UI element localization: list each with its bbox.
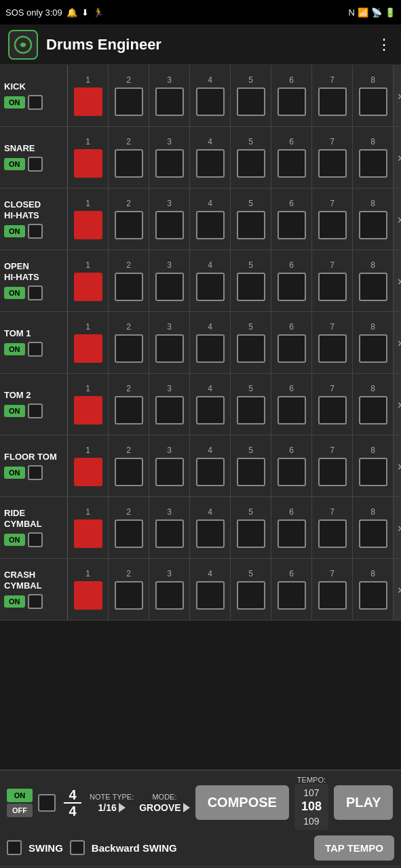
beat-cell-floor-tom-8[interactable] [359,458,387,486]
beat-cell-snare-3[interactable] [155,149,184,178]
beat-cell-kick-2[interactable] [115,87,143,116]
beat-cell-tom1-7[interactable] [318,334,347,363]
compose-button[interactable]: COMPOSE [195,785,289,820]
beat-cell-closed-hihats-5[interactable] [237,211,265,239]
toggle-kick[interactable] [28,95,43,110]
beat-cell-floor-tom-7[interactable] [318,458,347,486]
beat-cell-open-hihats-7[interactable] [318,273,347,301]
menu-icon[interactable]: ⋮ [377,36,393,54]
beat-cell-tom2-3[interactable] [155,396,184,425]
beat-cell-crash-cymbal-8[interactable] [359,581,387,610]
beat-cell-kick-7[interactable] [318,87,347,116]
toggle-open-hihats[interactable] [28,285,43,300]
beat-cell-tom1-8[interactable] [359,334,387,363]
beat-cell-closed-hihats-6[interactable] [278,211,306,239]
note-type-value[interactable]: 1/16 [98,802,125,813]
beat-cell-kick-5[interactable] [237,87,265,116]
beat-cell-open-hihats-1[interactable] [74,273,102,301]
beat-cell-ride-cymbal-8[interactable] [359,519,387,548]
beat-cell-closed-hihats-7[interactable] [318,211,347,239]
beat-cell-tom1-2[interactable] [115,334,143,363]
beat-cell-tom2-7[interactable] [318,396,347,425]
beat-cell-kick-6[interactable] [278,87,306,116]
beat-cell-tom1-1[interactable] [74,334,102,363]
toggle-crash-cymbal[interactable] [28,594,43,609]
beat-cell-closed-hihats-4[interactable] [196,211,225,239]
beat-cell-tom2-5[interactable] [237,396,265,425]
beat-cell-tom1-5[interactable] [237,334,265,363]
beat-cell-snare-1[interactable] [74,149,102,178]
tempo-scroll[interactable]: 107 108 109 [294,784,328,830]
beat-cell-open-hihats-5[interactable] [237,273,265,301]
beat-cell-ride-cymbal-4[interactable] [196,519,225,548]
beat-cell-tom2-6[interactable] [278,396,306,425]
beat-cell-tom1-3[interactable] [155,334,184,363]
beat-cell-crash-cymbal-2[interactable] [115,581,143,610]
beat-cell-floor-tom-3[interactable] [155,458,184,486]
play-button[interactable]: PLAY [334,785,394,820]
beat-cell-ride-cymbal-5[interactable] [237,519,265,548]
beat-cell-snare-6[interactable] [278,149,306,178]
backward-swing-checkbox[interactable] [70,840,85,855]
beat-cell-kick-8[interactable] [359,87,387,116]
beat-cell-tom1-6[interactable] [278,334,306,363]
mode-value[interactable]: GROOVE [139,802,189,813]
beat-cell-floor-tom-5[interactable] [237,458,265,486]
beat-cell-open-hihats-6[interactable] [278,273,306,301]
beat-cell-snare-7[interactable] [318,149,347,178]
beat-cell-closed-hihats-2[interactable] [115,211,143,239]
beat-cell-open-hihats-8[interactable] [359,273,387,301]
beat-cell-open-hihats-2[interactable] [115,273,143,301]
beat-cell-closed-hihats-8[interactable] [359,211,387,239]
on-button-kick[interactable]: ON [4,96,25,108]
on-button-tom2[interactable]: ON [4,405,25,417]
beat-cell-ride-cymbal-2[interactable] [115,519,143,548]
beat-cell-closed-hihats-1[interactable] [74,211,102,239]
beat-cell-crash-cymbal-1[interactable] [74,581,102,610]
beat-cell-floor-tom-6[interactable] [278,458,306,486]
global-on-button[interactable]: ON [7,789,33,802]
swing-checkbox[interactable] [7,840,22,855]
beat-cell-ride-cymbal-3[interactable] [155,519,184,548]
on-button-floor-tom[interactable]: ON [4,467,25,479]
toggle-ride-cymbal[interactable] [28,532,43,547]
on-button-tom1[interactable]: ON [4,343,25,355]
beat-cell-tom1-4[interactable] [196,334,225,363]
beat-cell-snare-2[interactable] [115,149,143,178]
toggle-tom2[interactable] [28,403,43,418]
beat-cell-kick-3[interactable] [155,87,184,116]
beat-cell-crash-cymbal-4[interactable] [196,581,225,610]
on-button-snare[interactable]: ON [4,158,25,170]
beat-cell-crash-cymbal-3[interactable] [155,581,184,610]
global-off-button[interactable]: OFF [7,804,33,817]
beat-cell-crash-cymbal-7[interactable] [318,581,347,610]
toggle-floor-tom[interactable] [28,465,43,480]
beat-cell-tom2-2[interactable] [115,396,143,425]
global-toggle-checkbox[interactable] [38,794,56,812]
on-button-crash-cymbal[interactable]: ON [4,595,25,608]
beat-cell-floor-tom-1[interactable] [74,458,102,486]
beat-cell-snare-4[interactable] [196,149,225,178]
toggle-closed-hihats[interactable] [28,224,43,239]
beat-cell-crash-cymbal-6[interactable] [278,581,306,610]
beat-cell-open-hihats-4[interactable] [196,273,225,301]
beat-cell-ride-cymbal-6[interactable] [278,519,306,548]
toggle-tom1[interactable] [28,342,43,357]
beat-cell-snare-8[interactable] [359,149,387,178]
beat-cell-tom2-8[interactable] [359,396,387,425]
beat-cell-tom2-4[interactable] [196,396,225,425]
beat-cell-kick-1[interactable] [74,87,102,116]
beat-cell-crash-cymbal-5[interactable] [237,581,265,610]
beat-cell-open-hihats-3[interactable] [155,273,184,301]
beat-cell-snare-5[interactable] [237,149,265,178]
tap-tempo-button[interactable]: TAP TEMPO [314,835,394,861]
beat-cell-ride-cymbal-7[interactable] [318,519,347,548]
on-button-open-hihats[interactable]: ON [4,287,25,299]
on-button-ride-cymbal[interactable]: ON [4,534,25,546]
beat-cell-floor-tom-2[interactable] [115,458,143,486]
beat-cell-floor-tom-4[interactable] [196,458,225,486]
toggle-snare[interactable] [28,157,43,172]
beat-cell-ride-cymbal-1[interactable] [74,519,102,548]
beat-cell-closed-hihats-3[interactable] [155,211,184,239]
beat-cell-tom2-1[interactable] [74,396,102,425]
